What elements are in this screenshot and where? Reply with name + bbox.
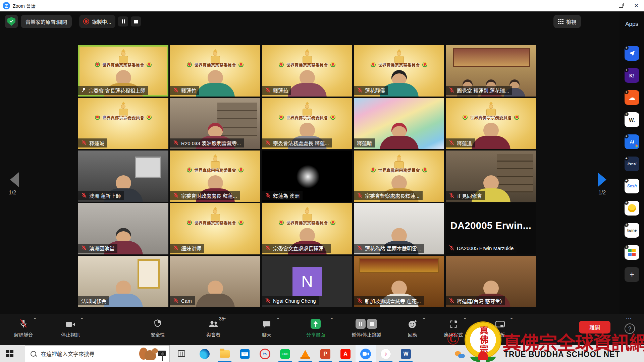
apps-sidebar-orange-icon[interactable]: ☁+ (625, 90, 639, 105)
video-tile[interactable]: 正見同修會 (446, 150, 536, 202)
video-tile[interactable]: 釋蓮睛 (354, 98, 444, 149)
video-tile[interactable]: 澳洲圆池堂 (78, 203, 168, 254)
apps-sidebar-ai-icon[interactable]: AI+ (625, 134, 639, 149)
more-options-icon[interactable]: ⋯ (626, 315, 632, 322)
pause-recording-button[interactable] (118, 16, 128, 26)
apps-sidebar-prezi-icon[interactable]: Prezi+ (625, 157, 639, 171)
chevron-up-icon[interactable]: ⌃ (422, 317, 426, 322)
taskbar-adobe-icon[interactable]: A (335, 345, 356, 362)
toolbar-apps-button[interactable]: ⌃應用程式 (428, 317, 479, 338)
next-page-arrow[interactable] (598, 172, 606, 187)
taskbar-edge-icon[interactable] (195, 345, 215, 362)
video-tile[interactable]: 澳洲 蓮祈上師 (78, 150, 168, 202)
previous-page-arrow[interactable] (10, 172, 19, 187)
taskbar-itunes-icon[interactable]: ♪ (376, 345, 396, 362)
toolbar-label: 解除靜音 (0, 331, 49, 338)
add-app-icon[interactable]: + (625, 134, 629, 138)
toolbar-chat-button[interactable]: ⌃聊天 (241, 317, 292, 338)
video-tile[interactable]: 圓覺堂 釋蓮到,蓮花瑞... (446, 45, 536, 97)
add-app-icon[interactable]: + (625, 157, 629, 161)
video-tile[interactable]: 世界真佛宗宗務委員會釋蓮珹 (78, 98, 168, 149)
virtual-background-banner: 世界真佛宗宗務委員會 (170, 62, 260, 68)
chevron-up-icon[interactable]: ⌃ (79, 317, 84, 322)
maximize-button[interactable] (613, 0, 629, 11)
participant-name: 澳洲圆池堂 (89, 245, 114, 252)
apps-sidebar-sesh-icon[interactable]: Sesh+ (625, 179, 639, 193)
video-tile[interactable]: R20 033 澳洲嚴明雷藏寺... (170, 98, 260, 149)
video-tile[interactable]: 世界真佛宗宗務委員會细妹讲师 (170, 203, 260, 254)
virtual-background-banner: 世界真佛宗宗務委員會 (170, 220, 260, 226)
video-tile[interactable]: 新加坡狮城雷藏寺 莲花... (354, 256, 444, 307)
apps-sidebar-wordwall-icon[interactable]: W.+ (625, 112, 639, 127)
toolbar-record-button[interactable]: 暫停/停止錄製 (341, 317, 391, 338)
video-tile[interactable]: NNgai Chung Cheng (262, 256, 352, 307)
original-sound-button[interactable]: 音樂家的原聲:關閉 (21, 15, 72, 28)
task-view-button[interactable] (178, 350, 185, 357)
minimize-button[interactable] (598, 0, 613, 11)
video-tile[interactable]: Cam (170, 256, 260, 307)
video-tile[interactable]: 法印同修会 (78, 256, 168, 307)
apps-sidebar-stream-icon[interactable]: + (625, 46, 639, 61)
taskbar-snip-icon[interactable]: ✂ (255, 345, 275, 362)
taskbar-line-icon[interactable]: LINE (275, 345, 295, 362)
chevron-up-icon[interactable]: ⌃ (509, 317, 514, 322)
muted-mic-icon (81, 245, 87, 252)
apps-sidebar-kahoot-icon[interactable]: K!+ (625, 68, 639, 83)
taskbar-zoom-icon[interactable] (356, 345, 376, 362)
add-app-icon[interactable]: + (625, 112, 629, 116)
video-tile[interactable]: 世界真佛宗宗務委員會釋蓮茹 (262, 45, 352, 97)
taskbar-vlc-icon[interactable] (295, 345, 315, 362)
taskbar-mail-icon[interactable] (235, 345, 255, 362)
add-app-icon[interactable]: + (625, 179, 629, 183)
add-app-icon[interactable]: + (625, 46, 629, 50)
toolbar-mute-button[interactable]: ⌃解除靜音 (0, 317, 49, 338)
video-tile[interactable]: 蓮花為然-墨爾本嚴明雷... (354, 203, 444, 254)
video-tile[interactable]: 釋蓮庭(台灣 慈尊堂) (446, 256, 536, 307)
security-shield-button[interactable] (5, 15, 18, 28)
video-tile[interactable]: 世界真佛宗宗務委員會蓮花靜儀 (354, 45, 444, 97)
toolbar-participants-button[interactable]: ⌃35與會者 (188, 317, 238, 338)
video-tile[interactable]: 釋蓮為 澳洲 (262, 150, 352, 202)
participant-name: 宗委會法務處處長 釋蓮... (273, 139, 329, 146)
chevron-up-icon[interactable]: ⌃ (33, 317, 37, 322)
close-button[interactable]: ✕ (629, 0, 644, 11)
video-tile[interactable]: 世界真佛宗宗務委員會宗委會文宣處處長釋蓮... (262, 203, 352, 254)
participant-name: Cam (181, 298, 192, 304)
muted-mic-icon (81, 192, 87, 199)
toolbar-share-button[interactable]: ⌃分享畫面 (290, 317, 341, 338)
video-tile[interactable]: 世界真佛宗宗務委員會宗委會法務處處長 釋蓮... (262, 98, 352, 149)
chevron-up-icon[interactable]: ⌃ (276, 317, 280, 322)
apps-sidebar-colorgrid-icon[interactable]: + (625, 245, 639, 260)
video-tile[interactable]: 世界真佛宗宗務委員會宗委會督察處處長釋蓮... (354, 150, 444, 202)
video-tile[interactable]: 世界真佛宗宗務委員會宗委會 會長蓮花程祖上師 (78, 45, 168, 97)
video-tile[interactable]: 世界真佛宗宗務委員會釋蓮追 (446, 98, 536, 149)
toolbar-security-button[interactable]: 安全性 (132, 317, 183, 338)
windows-start-button[interactable] (6, 350, 13, 357)
record-dot-icon (83, 18, 89, 24)
toolbar-video-button[interactable]: ⌃停止視訊 (45, 317, 96, 338)
apps-sidebar-emoji-icon[interactable]: + (625, 201, 639, 216)
help-icon[interactable]: ? (625, 323, 635, 334)
toolbar-label: 聊天 (241, 331, 292, 338)
apps-sidebar-twine-icon[interactable]: twine+ (625, 223, 639, 238)
video-tile[interactable]: DA20005 Erwin...DA20005 Erwin Marzukie (446, 203, 536, 254)
video-tile[interactable]: 世界真佛宗宗務委員會宗委會財政處處長 釋蓮... (170, 150, 260, 202)
add-app-icon[interactable]: + (625, 223, 629, 227)
taskbar-ppt-icon[interactable]: P (315, 345, 335, 362)
participant-name: 蓮花靜儀 (365, 87, 385, 94)
add-app-icon[interactable]: + (625, 201, 629, 205)
add-app-icon[interactable]: + (625, 90, 629, 94)
toolbar-label: 白板 (475, 331, 525, 338)
taskbar-explorer-icon[interactable] (215, 345, 235, 362)
chevron-up-icon[interactable]: ⌃ (329, 317, 334, 322)
taskbar-search-input[interactable]: 在這裡輸入文字來搜尋 (25, 345, 170, 362)
video-tile[interactable]: 世界真佛宗宗務委員會釋蓮竹 (170, 45, 260, 97)
leave-button[interactable]: 離開 (579, 321, 610, 334)
taskbar-word-icon[interactable]: W (396, 345, 416, 362)
toolbar-whiteboard-button[interactable]: ⌃白板 (475, 317, 525, 338)
stop-recording-button[interactable] (131, 16, 141, 26)
add-app-icon[interactable]: + (625, 68, 629, 72)
apps-sidebar-add-button[interactable]: + (625, 267, 639, 282)
chevron-up-icon[interactable]: ⌃ (463, 317, 467, 322)
view-button[interactable]: 檢視 (553, 15, 581, 28)
